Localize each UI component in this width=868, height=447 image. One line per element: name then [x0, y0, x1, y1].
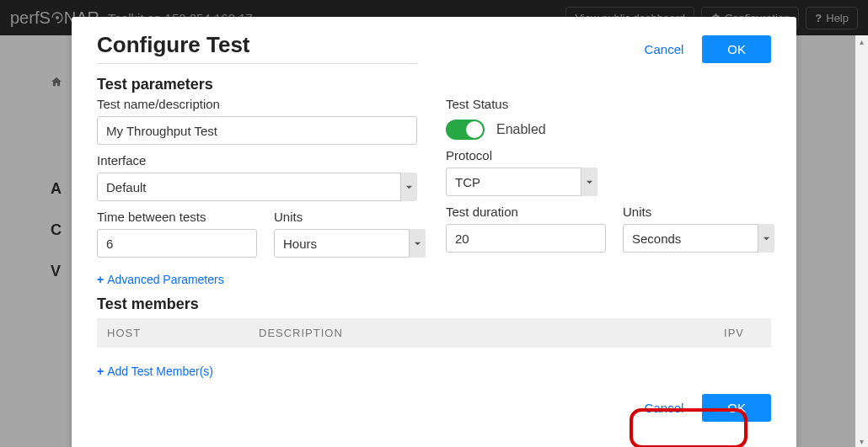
plus-icon: + — [97, 365, 104, 378]
test-status-label: Test Status — [446, 97, 774, 111]
duration-label: Test duration — [446, 205, 606, 219]
ok-button-bottom[interactable]: OK — [702, 394, 771, 422]
time-between-label: Time between tests — [97, 210, 257, 224]
add-test-members-link[interactable]: + Add Test Member(s) — [97, 365, 213, 378]
test-parameters-heading: Test parameters — [97, 76, 771, 93]
col-ipv: IPV — [660, 327, 761, 339]
scroll-up-icon[interactable]: ▴ — [855, 35, 868, 47]
plus-icon: + — [97, 273, 104, 286]
test-name-input[interactable] — [97, 116, 417, 145]
time-between-input[interactable] — [97, 229, 257, 258]
col-description: DESCRIPTION — [259, 327, 660, 339]
interface-select[interactable]: Default — [97, 173, 417, 201]
duration-units-select[interactable]: Seconds — [623, 224, 774, 253]
test-status-toggle[interactable] — [446, 120, 485, 140]
duration-units-label: Units — [623, 205, 774, 219]
enabled-text: Enabled — [496, 122, 546, 137]
time-units-select[interactable]: Hours — [274, 229, 426, 258]
interface-label: Interface — [97, 153, 426, 168]
test-name-label: Test name/description — [97, 97, 426, 111]
col-host: HOST — [107, 327, 259, 339]
scroll-down-icon[interactable]: ▾ — [855, 435, 868, 447]
modal-title: Configure Test — [97, 32, 417, 64]
time-units-label: Units — [274, 210, 426, 224]
page-scrollbar[interactable]: ▴ ▾ — [855, 35, 868, 447]
cancel-link-top[interactable]: Cancel — [645, 42, 684, 56]
members-table-header: HOST DESCRIPTION IPV — [97, 318, 771, 348]
configure-test-modal: Configure Test Cancel OK Test parameters… — [72, 17, 796, 447]
duration-input[interactable] — [446, 224, 606, 253]
advanced-parameters-link[interactable]: + Advanced Parameters — [97, 273, 224, 286]
protocol-select[interactable]: TCP — [446, 168, 597, 196]
protocol-label: Protocol — [446, 148, 774, 162]
cancel-link-bottom[interactable]: Cancel — [645, 401, 684, 415]
test-members-heading: Test members — [97, 295, 771, 313]
ok-button-top[interactable]: OK — [702, 35, 771, 63]
